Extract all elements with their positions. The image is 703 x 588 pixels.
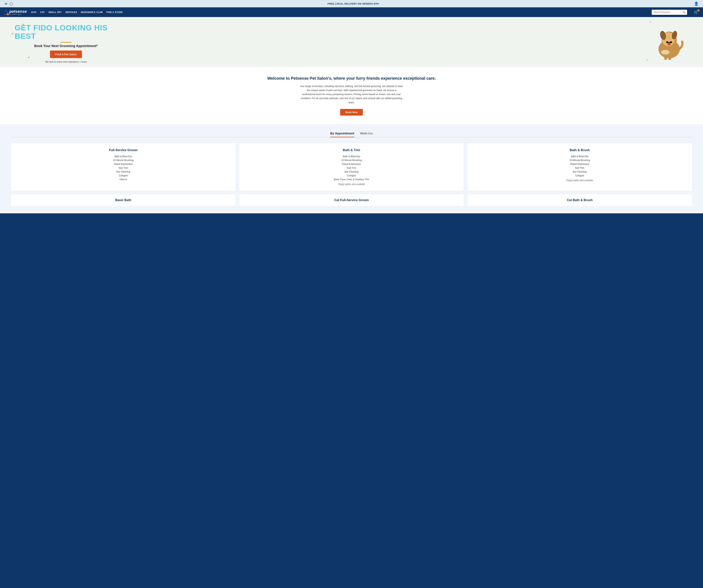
nav-link-neighbors-club[interactable]: NEIGHBOR'S CLUB bbox=[81, 11, 103, 13]
paw-icon: 🐾 bbox=[4, 9, 9, 14]
nav-link-dog[interactable]: DOG bbox=[31, 11, 36, 13]
nav-link-small-pet[interactable]: SMALL PET bbox=[49, 11, 62, 13]
bath-brush-note: Puppy option also available bbox=[472, 179, 688, 181]
cart-badge: 0 bbox=[697, 9, 700, 12]
nav-link-find-store[interactable]: FIND A STORE bbox=[106, 11, 123, 13]
sparkle-2: ✦ bbox=[11, 32, 14, 36]
item-bath-brush-6: Cologne bbox=[472, 174, 688, 177]
top-bar: 🐦 ◯ FREE LOCAL DELIVERY ON ORDERS $79+ 👤 bbox=[0, 0, 703, 7]
cart-icon[interactable]: 🛒 0 bbox=[694, 10, 699, 15]
user-icon[interactable]: 👤 bbox=[694, 1, 699, 6]
main-nav: 🐾 petsense by TS by Tractor Supply DOG C… bbox=[0, 7, 703, 17]
item-bath-trim-4: Nail Trim bbox=[244, 166, 460, 169]
sparkle-5: ✦ bbox=[646, 58, 648, 61]
svg-point-9 bbox=[661, 50, 670, 55]
svg-point-5 bbox=[666, 42, 669, 43]
item-bath-brush-5: Ear Cleaning bbox=[472, 170, 688, 173]
sparkle-1: ✦ bbox=[22, 22, 25, 26]
item-full-groom-3: Gland Expression bbox=[15, 163, 231, 165]
services-tabs: By Appointment Walk-ins bbox=[11, 132, 692, 137]
instagram-icon[interactable]: ◯ bbox=[9, 2, 13, 5]
services-cards: Full-Service Groom Bath & Blow-Dry 15 Mi… bbox=[11, 143, 692, 191]
book-now-button[interactable]: Book Now bbox=[340, 109, 363, 116]
service-card-full-groom: Full-Service Groom Bath & Blow-Dry 15 Mi… bbox=[11, 143, 236, 191]
card-title-cat-full-groom: Cat Full-Service Groom bbox=[244, 198, 460, 202]
card-title-full-groom: Full-Service Groom bbox=[15, 148, 231, 152]
item-bath-trim-3: Gland Expression bbox=[244, 163, 460, 165]
search-button[interactable]: 🔍 bbox=[681, 10, 687, 15]
promo-text: FREE LOCAL DELIVERY ON ORDERS $79+ bbox=[13, 2, 694, 5]
card-title-basic-bath: Basic Bath bbox=[15, 198, 231, 202]
social-icons: 🐦 ◯ bbox=[4, 2, 13, 5]
nav-link-services[interactable]: SERVICES bbox=[65, 11, 77, 13]
item-bath-brush-2: 15-Minute Brushing bbox=[472, 159, 688, 161]
item-full-groom-4: Nail Trim bbox=[15, 166, 231, 169]
service-card-basic-bath: Basic Bath bbox=[11, 194, 236, 206]
service-card-cat-full-groom: Cat Full-Service Groom bbox=[239, 194, 464, 206]
search-bar[interactable]: 🔍 bbox=[652, 10, 687, 15]
facebook-icon[interactable]: 🐦 bbox=[4, 2, 8, 5]
svg-rect-10 bbox=[664, 55, 667, 60]
item-bath-trim-6: Cologne bbox=[244, 174, 460, 177]
logo-ts-badge: TS bbox=[6, 13, 9, 15]
logo-text[interactable]: petsense bbox=[9, 9, 27, 14]
service-card-bath-brush: Bath & Brush Bath & Blow-Dry 15-Minute B… bbox=[467, 143, 692, 191]
service-card-bath-trim: Bath & Trim Bath & Blow-Dry 15 Minute Br… bbox=[239, 143, 464, 191]
item-full-groom-6: Cologne bbox=[15, 174, 231, 177]
service-card-cat-bath-brush: Cat Bath & Brush bbox=[467, 194, 692, 206]
logo-byline: by TS by Tractor Supply bbox=[4, 13, 21, 15]
hero-banner: ✦ ✦ ✦ ✦ ✦ GET FIDO LOOKING HIS BEST Book… bbox=[0, 17, 703, 67]
logo-ts-text: by Tractor Supply bbox=[10, 13, 21, 15]
item-bath-brush-4: Nail Trim bbox=[472, 166, 688, 169]
item-bath-brush-3: Gland Expression bbox=[472, 163, 688, 165]
item-bath-trim-2: 15 Minute Brushing bbox=[244, 159, 460, 161]
svg-point-8 bbox=[668, 42, 670, 44]
item-full-groom-5: Ear Cleaning bbox=[15, 170, 231, 173]
card-title-bath-trim: Bath & Trim bbox=[244, 148, 460, 152]
hero-underline bbox=[60, 42, 71, 43]
hero-subtitle: Book Your Next Grooming Appointment* bbox=[15, 44, 117, 48]
item-bath-trim-1: Bath & Blow-Dry bbox=[244, 155, 460, 158]
item-full-groom-7: Haircut bbox=[15, 178, 231, 181]
search-input[interactable] bbox=[652, 10, 681, 15]
item-bath-brush-1: Bath & Blow-Dry bbox=[472, 155, 688, 158]
sparkle-3: ✦ bbox=[27, 56, 30, 60]
card-title-bath-brush: Bath & Brush bbox=[472, 148, 688, 152]
item-full-groom-1: Bath & Blow-Dry bbox=[15, 155, 231, 158]
bath-trim-note: Puppy option also available bbox=[244, 183, 460, 186]
services-section: By Appointment Walk-ins Full-Service Gro… bbox=[0, 124, 703, 213]
services-cards-bottom: Basic Bath Cat Full-Service Groom Cat Ba… bbox=[11, 194, 692, 206]
logo-by-text: by bbox=[4, 13, 6, 15]
tab-walk-ins[interactable]: Walk-ins bbox=[360, 132, 373, 137]
find-salon-button[interactable]: Find A Pet Salon bbox=[50, 51, 82, 58]
svg-rect-11 bbox=[669, 55, 671, 60]
item-bath-trim-7: Basic Face, Feet, & Sanitary Trim bbox=[244, 178, 460, 181]
nav-links: DOG CAT SMALL PET SERVICES NEIGHBOR'S CL… bbox=[31, 11, 647, 13]
sparkle-4: ✦ bbox=[649, 21, 652, 24]
svg-point-6 bbox=[670, 42, 672, 43]
tab-by-appointment[interactable]: By Appointment bbox=[330, 132, 354, 137]
hero-note: *Be sure to check store operations + hou… bbox=[15, 61, 117, 63]
item-full-groom-2: 15 Minute Brushing bbox=[15, 159, 231, 161]
nav-link-cat[interactable]: CAT bbox=[40, 11, 45, 13]
hero-dog-image bbox=[641, 25, 688, 62]
logo-brand: 🐾 petsense bbox=[4, 9, 27, 14]
hero-title: GET FIDO LOOKING HIS BEST bbox=[15, 24, 117, 41]
item-bath-trim-5: Ear Cleaning bbox=[244, 170, 460, 173]
logo: 🐾 petsense by TS by Tractor Supply bbox=[4, 9, 27, 15]
welcome-title: Welcome to Petsense Pet Salon's, where y… bbox=[22, 76, 681, 81]
welcome-section: Welcome to Petsense Pet Salon's, where y… bbox=[0, 67, 703, 124]
welcome-body: Our range of services, including nail tr… bbox=[300, 84, 403, 104]
card-title-cat-bath-brush: Cat Bath & Brush bbox=[472, 198, 688, 202]
